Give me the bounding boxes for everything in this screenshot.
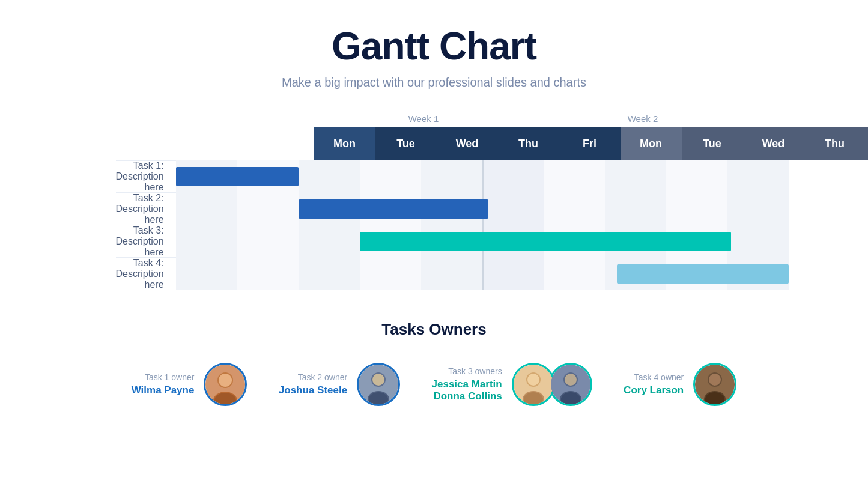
task-row-2: Task 2: Description here xyxy=(116,193,753,225)
owner-item-4: Task 4 owner Cory Larson xyxy=(624,363,736,406)
week1-label: Week 1 xyxy=(314,114,533,124)
svg-point-3 xyxy=(219,374,232,387)
w2-thu: Thu xyxy=(804,127,866,160)
svg-point-8 xyxy=(372,374,384,386)
task4-bars xyxy=(176,258,789,290)
owner3-name1: Jessica Martin xyxy=(432,378,502,390)
task1-bar xyxy=(176,167,299,186)
donna-avatar-img xyxy=(551,365,590,404)
svg-point-23 xyxy=(709,374,721,386)
task-row-1: Task 1: Description here xyxy=(116,160,753,193)
owners-section: Tasks Owners Task 1 owner Wilma Payne xyxy=(116,320,753,406)
owners-row: Task 1 owner Wilma Payne xyxy=(116,363,753,406)
gantt-header: Mon Tue Wed Thu Fri Mon Tue Wed Thu Fri xyxy=(314,127,753,160)
svg-point-13 xyxy=(527,374,539,386)
w1-fri: Fri xyxy=(559,127,621,160)
page-subtitle: Make a big impact with our professional … xyxy=(282,76,586,90)
w1-mon: Mon xyxy=(314,127,375,160)
w2-mon: Mon xyxy=(621,127,682,160)
owner1-avatar xyxy=(204,363,247,406)
week2-label: Week 2 xyxy=(533,114,753,124)
task4-bar xyxy=(617,264,789,284)
donna-avatar xyxy=(549,363,592,406)
w2-tue: Tue xyxy=(682,127,743,160)
owner-item-2: Task 2 owner Joshua Steele xyxy=(279,363,400,406)
w2-wed: Wed xyxy=(743,127,804,160)
svg-point-18 xyxy=(565,374,577,386)
owner3-label: Task 3 owners xyxy=(432,366,502,376)
week-labels-row: Week 1 Week 2 xyxy=(314,114,753,124)
gantt-chart: Week 1 Week 2 Mon Tue Wed Thu Fri Mon Tu… xyxy=(116,114,753,290)
owners-title: Tasks Owners xyxy=(116,320,753,339)
owner1-name: Wilma Payne xyxy=(132,384,195,396)
owner1-text: Task 1 owner Wilma Payne xyxy=(132,372,195,396)
owner3-text: Task 3 owners Jessica Martin Donna Colli… xyxy=(432,366,502,402)
week1-days: Mon Tue Wed Thu Fri xyxy=(314,127,621,160)
w2-fri: Fri xyxy=(866,127,869,160)
owner2-name: Joshua Steele xyxy=(279,384,347,396)
jessica-avatar-img xyxy=(514,365,553,404)
owner2-label: Task 2 owner xyxy=(279,372,347,382)
wilma-avatar-img xyxy=(205,365,245,404)
task1-label: Task 1: Description here xyxy=(116,160,176,193)
owner3-name2: Donna Collins xyxy=(432,390,502,402)
owner3-avatars xyxy=(512,363,592,406)
task3-bars xyxy=(176,225,789,258)
page-title: Gantt Chart xyxy=(332,24,536,68)
owner2-avatar xyxy=(357,363,400,406)
owner4-text: Task 4 owner Cory Larson xyxy=(624,372,684,396)
task-row-3: Task 3: Description here xyxy=(116,225,753,258)
owner4-avatar xyxy=(693,363,736,406)
w1-wed: Wed xyxy=(437,127,498,160)
task3-label: Task 3: Description here xyxy=(116,225,176,258)
owner4-label: Task 4 owner xyxy=(624,372,684,382)
task2-bar xyxy=(299,199,488,219)
w1-thu: Thu xyxy=(498,127,559,160)
w1-tue: Tue xyxy=(375,127,437,160)
week2-days: Mon Tue Wed Thu Fri xyxy=(621,127,869,160)
task4-label: Task 4: Description here xyxy=(116,258,176,290)
jessica-avatar xyxy=(512,363,555,406)
cory-avatar-img xyxy=(695,365,735,404)
task3-bar xyxy=(360,232,731,251)
joshua-avatar-img xyxy=(359,365,398,404)
task2-bars xyxy=(176,193,789,225)
task1-bars xyxy=(176,160,789,193)
owner1-label: Task 1 owner xyxy=(132,372,195,382)
owner4-name: Cory Larson xyxy=(624,384,684,396)
task2-label: Task 2: Description here xyxy=(116,193,176,225)
owner-item-3: Task 3 owners Jessica Martin Donna Colli… xyxy=(432,363,592,406)
owner2-text: Task 2 owner Joshua Steele xyxy=(279,372,347,396)
task-row-4: Task 4: Description here xyxy=(116,258,753,290)
gantt-body: Task 1: Description here Task 2: Descrip… xyxy=(116,160,753,290)
owner-item-1: Task 1 owner Wilma Payne xyxy=(132,363,247,406)
